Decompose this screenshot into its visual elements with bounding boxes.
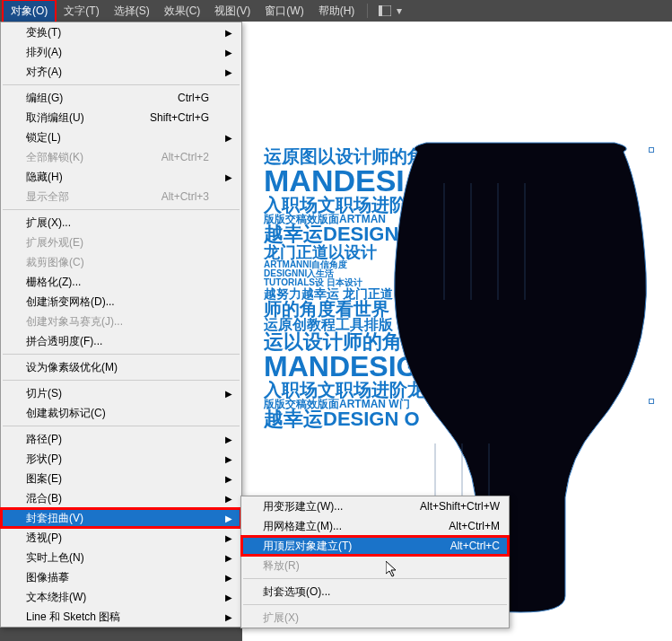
submenu-item[interactable]: 用变形建立(W)...Alt+Shift+Ctrl+W <box>241 496 509 516</box>
menu-item-label: 裁剪图像(C) <box>26 255 84 270</box>
menu-item-label: 排列(A) <box>26 45 62 60</box>
menu-item-label: 全部解锁(K) <box>26 150 83 165</box>
submenu-item[interactable]: 用顶层对象建立(T)Alt+Ctrl+C <box>241 536 509 556</box>
menu-item-label: 设为像素级优化(M) <box>26 360 118 375</box>
menu-separator <box>3 380 240 381</box>
menu-item-label: Line 和 Sketch 图稿 <box>26 610 120 625</box>
submenu-arrow-icon: ▶ <box>225 612 232 622</box>
menu-item[interactable]: 取消编组(U)Shift+Ctrl+G <box>1 108 241 127</box>
submenu-arrow-icon: ▶ <box>225 494 232 504</box>
menu-item[interactable]: 图案(E)▶ <box>1 469 241 488</box>
menu-separator <box>243 578 507 579</box>
submenu-arrow-icon: ▶ <box>225 533 232 543</box>
menu-item[interactable]: 切片(S)▶ <box>1 383 241 403</box>
menu-shortcut: Ctrl+G <box>178 92 216 104</box>
submenu-item[interactable]: 用网格建立(M)...Alt+Ctrl+M <box>241 516 509 536</box>
menu-item[interactable]: 文本绕排(W)▶ <box>1 587 241 607</box>
menu-view[interactable]: 视图(V) <box>207 1 257 22</box>
menu-item-label: 变换(T) <box>26 25 61 40</box>
menu-item: 全部解锁(K)Alt+Ctrl+2 <box>1 147 241 167</box>
menu-item-label: 栅格化(Z)... <box>26 275 81 290</box>
mouse-cursor-icon <box>386 561 398 580</box>
submenu-item-label: 释放(R) <box>263 558 300 574</box>
chevron-down-icon[interactable]: ▾ <box>397 4 402 17</box>
menubar-separator <box>367 4 368 18</box>
menu-item[interactable]: 透视(P)▶ <box>1 528 241 548</box>
menu-item[interactable]: 排列(A)▶ <box>1 42 241 62</box>
menu-item-label: 对齐(A) <box>26 65 62 80</box>
menu-item-label: 隐藏(H) <box>26 170 63 185</box>
menu-item: 创建对象马赛克(J)... <box>1 312 241 331</box>
envelope-distort-submenu: 用变形建立(W)...Alt+Shift+Ctrl+W用网格建立(M)...Al… <box>240 496 510 628</box>
menu-window[interactable]: 窗口(W) <box>257 1 310 22</box>
submenu-item-label: 扩展(X) <box>263 610 299 626</box>
menu-shortcut: Alt+Ctrl+M <box>449 520 500 532</box>
menu-separator <box>243 604 507 605</box>
menu-item[interactable]: 编组(G)Ctrl+G <box>1 88 241 108</box>
menu-item[interactable]: Line 和 Sketch 图稿▶ <box>1 607 241 627</box>
menu-item[interactable]: 扩展(X)... <box>1 213 241 233</box>
selection-handle[interactable] <box>649 147 654 153</box>
submenu-item: 释放(R) <box>241 556 509 575</box>
menu-item-label: 封套扭曲(V) <box>26 511 83 526</box>
menu-item-label: 创建渐变网格(D)... <box>26 294 115 310</box>
submenu-arrow-icon: ▶ <box>225 172 232 182</box>
menu-item[interactable]: 锁定(L)▶ <box>1 127 241 147</box>
menu-item[interactable]: 实时上色(N)▶ <box>1 548 241 567</box>
menu-text[interactable]: 文字(T) <box>57 1 106 22</box>
submenu-arrow-icon: ▶ <box>225 514 232 523</box>
menubar: 对象(O) 文字(T) 选择(S) 效果(C) 视图(V) 窗口(W) 帮助(H… <box>0 0 672 22</box>
menu-item-label: 显示全部 <box>26 189 69 205</box>
menu-item[interactable]: 封套扭曲(V)▶ <box>1 508 241 528</box>
submenu-arrow-icon: ▶ <box>225 389 232 399</box>
menu-shortcut: Alt+Shift+Ctrl+W <box>420 500 500 513</box>
menu-effect[interactable]: 效果(C) <box>157 1 208 22</box>
menu-shortcut: Alt+Ctrl+C <box>450 540 500 552</box>
menu-item-label: 图案(E) <box>26 471 62 487</box>
menu-object[interactable]: 对象(O) <box>2 0 57 23</box>
layout-icon[interactable] <box>379 5 391 16</box>
menu-item-label: 路径(P) <box>26 432 62 447</box>
submenu-arrow-icon: ▶ <box>225 553 232 563</box>
object-menu-dropdown: 变换(T)▶排列(A)▶对齐(A)▶编组(G)Ctrl+G取消编组(U)Shif… <box>0 22 242 628</box>
submenu-arrow-icon: ▶ <box>225 593 232 602</box>
menu-shortcut: Alt+Ctrl+3 <box>161 190 216 203</box>
menu-item-label: 锁定(L) <box>26 130 61 145</box>
menu-item: 扩展外观(E) <box>1 233 241 252</box>
menu-item[interactable]: 隐藏(H)▶ <box>1 167 241 187</box>
menu-item[interactable]: 创建渐变网格(D)... <box>1 292 241 312</box>
submenu-arrow-icon: ▶ <box>225 435 232 444</box>
menu-separator <box>3 354 240 355</box>
menu-item[interactable]: 拼合透明度(F)... <box>1 331 241 351</box>
menu-select[interactable]: 选择(S) <box>107 1 157 22</box>
menu-item[interactable]: 路径(P)▶ <box>1 429 241 449</box>
submenu-item-label: 封套选项(O)... <box>263 584 330 600</box>
menu-item[interactable]: 设为像素级优化(M) <box>1 357 241 377</box>
menu-item-label: 实时上色(N) <box>26 550 84 566</box>
menu-item-label: 创建对象马赛克(J)... <box>26 314 123 329</box>
menu-item-label: 扩展外观(E) <box>26 235 83 250</box>
selection-handle[interactable] <box>649 399 654 404</box>
menu-shortcut: Shift+Ctrl+G <box>150 111 216 124</box>
menu-item[interactable]: 创建裁切标记(C) <box>1 403 241 423</box>
submenu-arrow-icon: ▶ <box>225 133 232 143</box>
submenu-item: 扩展(X) <box>241 608 509 628</box>
submenu-arrow-icon: ▶ <box>225 48 232 57</box>
submenu-arrow-icon: ▶ <box>225 67 232 77</box>
menu-item[interactable]: 形状(P)▶ <box>1 449 241 469</box>
menu-item-label: 透视(P) <box>26 531 62 546</box>
menu-separator <box>3 209 240 210</box>
menu-item-label: 拼合透明度(F)... <box>26 334 102 349</box>
menu-item-label: 文本绕排(W) <box>26 590 86 605</box>
menu-separator <box>3 426 240 426</box>
menu-shortcut: Alt+Ctrl+2 <box>161 151 216 163</box>
menu-item[interactable]: 混合(B)▶ <box>1 488 241 508</box>
menu-item-label: 创建裁切标记(C) <box>26 406 106 421</box>
menu-item[interactable]: 图像描摹▶ <box>1 567 241 587</box>
menu-item[interactable]: 栅格化(Z)... <box>1 272 241 292</box>
menu-item[interactable]: 变换(T)▶ <box>1 22 241 42</box>
submenu-item[interactable]: 封套选项(O)... <box>241 582 509 601</box>
menu-item[interactable]: 对齐(A)▶ <box>1 62 241 82</box>
menu-help[interactable]: 帮助(H) <box>311 1 362 22</box>
svg-rect-1 <box>379 5 382 16</box>
